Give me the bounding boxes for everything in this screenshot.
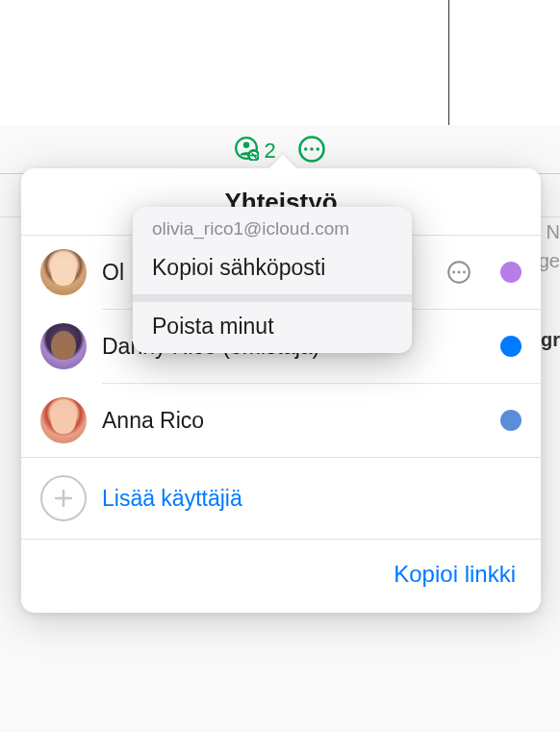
- avatar: [40, 397, 87, 443]
- user-name: Anna Rico: [102, 408, 473, 434]
- user-color-dot: [500, 262, 522, 283]
- remove-me-item[interactable]: Poista minut: [133, 302, 412, 353]
- user-row[interactable]: Anna Rico: [21, 384, 541, 457]
- context-email: olivia_rico1@icloud.com: [133, 207, 412, 243]
- svg-point-6: [310, 147, 314, 151]
- copy-link-button[interactable]: Kopioi linkki: [394, 561, 516, 588]
- add-people-button[interactable]: Lisää käyttäjiä: [21, 458, 541, 539]
- person-icon: [234, 136, 259, 166]
- user-color-dot: [500, 410, 522, 431]
- user-color-dot: [500, 336, 522, 357]
- svg-point-7: [316, 147, 319, 151]
- add-people-label: Lisää käyttäjiä: [102, 486, 242, 512]
- bg-text: ge: [539, 250, 560, 272]
- copy-link-row: Kopioi linkki: [21, 540, 541, 613]
- plus-icon: [40, 475, 87, 521]
- context-menu: olivia_rico1@icloud.com Kopioi sähköpost…: [133, 207, 412, 353]
- svg-point-1: [243, 142, 250, 149]
- svg-point-5: [304, 147, 308, 151]
- divider: [133, 294, 412, 302]
- bg-text: gr: [541, 329, 560, 351]
- collaboration-button[interactable]: 2: [234, 136, 275, 166]
- svg-point-11: [463, 271, 466, 274]
- user-more-button[interactable]: [445, 258, 473, 287]
- more-button[interactable]: [297, 135, 326, 167]
- collab-count: 2: [264, 139, 275, 164]
- avatar: [40, 249, 87, 295]
- avatar: [40, 323, 87, 369]
- svg-point-10: [458, 271, 461, 274]
- svg-point-9: [452, 271, 455, 274]
- copy-email-item[interactable]: Kopioi sähköposti: [133, 243, 412, 294]
